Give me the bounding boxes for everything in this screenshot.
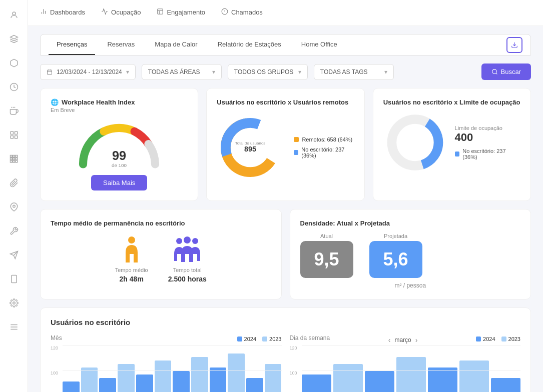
cards-row-1: 🌐 Workplace Health Index Em Breve [40, 88, 531, 201]
nav-ocupacao[interactable]: Ocupação [101, 0, 141, 26]
single-person-icon [122, 235, 142, 265]
sidebar-icon-settings[interactable] [7, 296, 21, 310]
svg-line-43 [496, 73, 497, 74]
next-month-arrow[interactable]: › [415, 336, 418, 344]
dashboards-icon [40, 8, 47, 16]
projetada-box: 5,6 [369, 241, 422, 278]
tab-relatorio[interactable]: Relatório de Estações [210, 34, 289, 55]
semana-bars [302, 346, 521, 392]
tab-home-office[interactable]: Home Office [293, 34, 345, 55]
semana-chart: Dia da semana ‹ março › 2024 [290, 334, 521, 392]
sidebar-icon-apps[interactable] [7, 152, 21, 166]
sidebar-icon-user[interactable] [7, 8, 21, 22]
svg-rect-17 [13, 160, 15, 162]
sidebar-icon-grid[interactable] [7, 128, 21, 142]
sub-tabs-bar: Presenças Reservas Mapa de Calor Relatór… [40, 34, 531, 56]
sidebar-icon-send[interactable] [7, 248, 21, 262]
users-limit-card: Usuários no escritório x Limite de ocupa… [373, 88, 531, 201]
semana-label: Dia da semana [290, 334, 330, 342]
semana-legend-2023: 2023 [501, 336, 520, 342]
svg-rect-13 [10, 158, 12, 160]
semana-bar [459, 360, 489, 392]
semana-bar [333, 364, 363, 392]
cards-row-2: Tempo médio de permanência no escritório… [40, 209, 531, 300]
occ-legend: No escritório: 237 (36%) [455, 148, 520, 160]
month-nav: ‹ março › [388, 336, 418, 344]
semana-bar [491, 378, 520, 392]
download-button[interactable] [506, 37, 522, 53]
svg-point-44 [82, 156, 87, 160]
svg-point-53 [128, 236, 135, 244]
sidebar-icon-layers[interactable] [7, 32, 21, 46]
semana-bar [365, 371, 394, 392]
sidebar-icon-paperclip[interactable] [7, 176, 21, 190]
nav-dashboards[interactable]: Dashboards [40, 0, 85, 26]
sidebar-icon-tool[interactable] [7, 224, 21, 238]
tab-reservas[interactable]: Reservas [99, 34, 143, 55]
occ-legend-dot [455, 152, 460, 156]
grupo-filter[interactable]: TODOS OS GRUPOS ▾ [228, 64, 308, 80]
svg-rect-18 [16, 160, 18, 162]
health-index-subtitle: Em Breve [51, 107, 188, 113]
mes-bar [136, 374, 153, 392]
sidebar-icon-clock[interactable] [7, 80, 21, 94]
svg-point-42 [492, 70, 496, 74]
sidebar-icon-box[interactable] [7, 56, 21, 70]
nav-chamados[interactable]: Chamados [221, 0, 263, 26]
svg-rect-12 [16, 156, 18, 158]
svg-rect-8 [15, 136, 17, 138]
sidebar-icon-location[interactable] [7, 200, 21, 214]
semana-legend: 2024 2023 [476, 336, 520, 342]
mes-legend: 2024 2023 [237, 336, 282, 342]
chamados-icon [221, 8, 228, 16]
mes-bar [81, 368, 98, 392]
tab-presencas[interactable]: Presenças [49, 34, 95, 55]
bottom-section: Usuários no escritório Mês 2024 [40, 308, 531, 392]
svg-point-55 [184, 236, 191, 244]
densidade-title: Densidade: Atual x Projetada [300, 220, 521, 227]
tags-filter[interactable]: TODAS AS TAGS ▾ [314, 64, 394, 80]
area-arrow-icon: ▾ [212, 68, 215, 76]
top-nav: Dashboards Ocupação Engajamento Chamados [28, 0, 543, 26]
semana-bar [302, 374, 331, 392]
mes-chart-area: 120 100 [51, 346, 282, 392]
gauge-chart: 99 de 100 [51, 119, 188, 169]
occ-info: Limite de ocupação 400 No escritório: 23… [455, 125, 520, 160]
semana-bar [428, 368, 457, 392]
tempo-medio-card: Tempo médio de permanência no escritório… [40, 209, 282, 300]
semana-2024-dot [476, 336, 481, 342]
search-button[interactable]: Buscar [481, 64, 531, 80]
date-filter[interactable]: 12/03/2024 - 12/13/2024 ▾ [40, 64, 136, 80]
svg-rect-10 [10, 156, 12, 158]
legend-2023-dot [262, 336, 267, 342]
svg-rect-16 [10, 160, 12, 162]
tab-mapa-calor[interactable]: Mapa de Calor [147, 34, 205, 55]
svg-rect-38 [48, 70, 52, 74]
tempo-total-figure: Tempo total 2.500 horas [168, 235, 207, 283]
svg-text:895: 895 [244, 145, 256, 153]
saiba-mais-button[interactable]: Saiba Mais [91, 175, 147, 190]
sidebar-icon-coffee[interactable] [7, 104, 21, 118]
legend-escritorio: No escritório: 237 (36%) [294, 146, 354, 158]
sidebar-icon-phone[interactable] [7, 272, 21, 286]
nav-engajamento[interactable]: Engajamento [157, 0, 205, 26]
mes-bar [99, 378, 116, 392]
mes-bar [246, 378, 263, 392]
mes-chart: Mês 2024 2023 [51, 334, 282, 392]
sidebar-icon-menu[interactable] [7, 320, 21, 334]
filters-bar: 12/03/2024 - 12/13/2024 ▾ TODAS AS ÁREAS… [40, 64, 531, 80]
svg-point-56 [192, 238, 198, 244]
svg-rect-14 [13, 158, 15, 160]
svg-rect-11 [13, 156, 15, 158]
sidebar [0, 0, 28, 392]
remotos-dot [294, 137, 299, 142]
mes-bar [191, 357, 208, 392]
prev-month-arrow[interactable]: ‹ [388, 336, 391, 344]
area-filter[interactable]: TODAS AS ÁREAS ▾ [142, 64, 222, 80]
svg-point-24 [13, 302, 15, 304]
donut-legend: Remotos: 658 (64%) No escritório: 237 (3… [294, 136, 354, 158]
date-arrow-icon: ▾ [126, 68, 129, 76]
tempo-avg-figure: Tempo médio 2h 48m [115, 235, 148, 283]
mes-bar [228, 354, 245, 392]
svg-rect-31 [158, 9, 163, 14]
